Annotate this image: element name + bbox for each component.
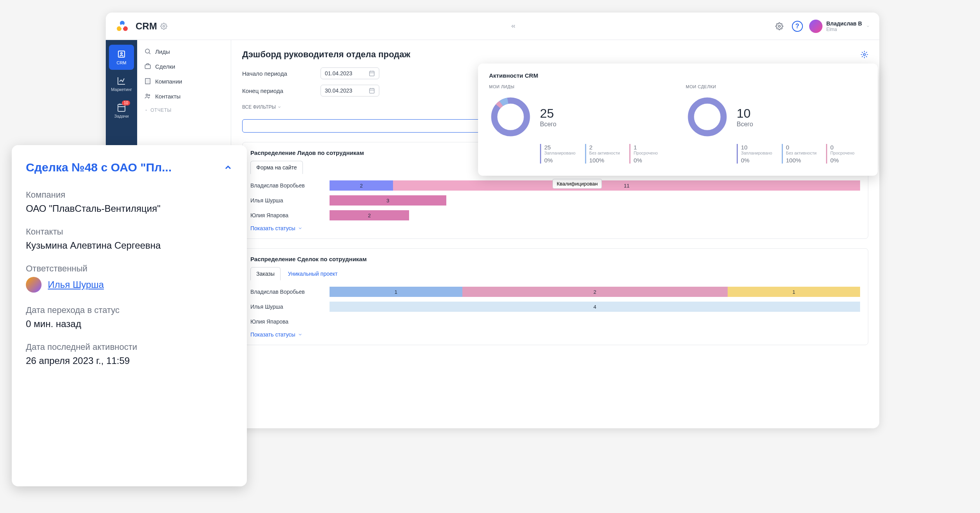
search-icon	[144, 48, 151, 55]
svg-point-13	[149, 95, 150, 96]
bar-row: Илья Шурша 4	[250, 301, 860, 313]
deal-detail-card: Сделка №48 с ОАО "Пл... Компания ОАО "Пл…	[12, 145, 247, 486]
responsible-row[interactable]: Илья Шурша	[26, 277, 233, 293]
bar-row: Юлия Япарова 2	[250, 209, 860, 221]
nav-section-reports[interactable]: ОТЧЕТЫ	[137, 104, 231, 117]
svg-point-9	[145, 49, 150, 53]
activity-date-value: 26 апреля 2023 г., 11:59	[26, 355, 233, 366]
activity-date-label: Дата последней активности	[26, 342, 233, 352]
svg-point-3	[120, 24, 124, 28]
tab-form-site[interactable]: Форма на сайте	[250, 161, 303, 174]
svg-rect-10	[145, 65, 150, 69]
header-right: ? Владислав В Elma	[773, 20, 870, 33]
rail-tasks[interactable]: 10 Задачи	[109, 98, 134, 123]
briefcase-icon	[144, 63, 151, 70]
app-header: CRM ? Владислав В Elma	[106, 13, 879, 40]
company-value: ОАО "ПлавСталь-Вентиляция"	[26, 203, 233, 214]
stat-overdue: 0 Просрочено 0%	[826, 144, 855, 164]
rail-marketing[interactable]: Маркетинг	[109, 71, 134, 96]
svg-point-5	[778, 25, 780, 27]
svg-rect-15	[370, 71, 374, 76]
gear-icon[interactable]	[160, 23, 167, 30]
calendar-icon	[369, 70, 375, 76]
chevron-down-icon	[277, 105, 281, 109]
bar-row: Владислав Воробьев 1 2 1	[250, 286, 860, 298]
stat-planned: 10 Запланировано 0%	[737, 144, 772, 164]
building-icon	[144, 78, 151, 85]
bar-row: Владислав Воробьев 2 11 Квалифицирован	[250, 180, 860, 191]
panel-title: Распределение Сделок по сотрудникам	[250, 256, 860, 262]
app-title: CRM	[136, 21, 157, 32]
bar-row: Юлия Япарова	[250, 316, 860, 327]
user-menu[interactable]: Владислав В Elma	[809, 20, 870, 33]
leads-donut-chart	[489, 95, 532, 138]
stat-noactivity: 0 Без активности 100%	[782, 144, 817, 164]
tasks-badge: 10	[122, 100, 130, 106]
collapse-sidebar-button[interactable]	[508, 21, 519, 32]
period-end-label: Конец периода	[242, 87, 313, 94]
responsible-link[interactable]: Илья Шурша	[48, 279, 104, 290]
crm-activity-card: Активности CRM МОИ ЛИДЫ 25 Всего 25 Запл…	[478, 64, 878, 176]
avatar	[809, 20, 822, 33]
svg-rect-11	[145, 78, 150, 84]
status-date-label: Дата перехода в статус	[26, 305, 233, 315]
user-org: Elma	[826, 27, 862, 32]
stat-planned: 25 Запланировано 0%	[540, 144, 576, 164]
tab-unique-project[interactable]: Уникальный проект	[282, 267, 344, 280]
chevron-down-icon	[298, 332, 303, 337]
dashboard-settings-icon[interactable]	[860, 51, 868, 58]
nav-companies[interactable]: Компании	[137, 74, 231, 89]
svg-point-12	[146, 94, 148, 96]
svg-point-4	[163, 25, 165, 27]
tooltip-qualified: Квалифицирован	[552, 179, 602, 189]
chevron-down-icon	[298, 226, 303, 231]
rail-crm[interactable]: CRM	[109, 45, 134, 70]
contacts-label: Контакты	[26, 227, 233, 237]
svg-point-14	[864, 54, 866, 56]
show-statuses-link[interactable]: Показать статусы	[250, 225, 860, 231]
calendar-icon	[369, 87, 375, 94]
period-end-input[interactable]: 30.04.2023	[321, 85, 379, 96]
company-label: Компания	[26, 190, 233, 200]
stat-overdue: 1 Просрочено 0%	[629, 144, 658, 164]
my-deals-block: МОИ СДЕЛКИ 10 Всего 10 Запланировано 0% …	[686, 84, 867, 164]
svg-point-20	[691, 100, 723, 133]
nav-contacts[interactable]: Контакты	[137, 89, 231, 104]
page-title: Дэшборд руководителя отдела продаж	[242, 49, 410, 60]
app-logo	[115, 19, 129, 33]
my-leads-block: МОИ ЛИДЫ 25 Всего 25 Запланировано 0%	[489, 84, 670, 164]
nav-deals[interactable]: Сделки	[137, 59, 231, 74]
chevron-up-icon	[223, 163, 233, 172]
chevron-down-icon	[866, 24, 870, 28]
help-icon[interactable]: ?	[792, 21, 803, 32]
contacts-value: Кузьмина Алевтина Сергеевна	[26, 240, 233, 251]
deal-title[interactable]: Сделка №48 с ОАО "Пл...	[26, 161, 233, 174]
responsible-label: Ответственный	[26, 264, 233, 274]
avatar	[26, 277, 42, 293]
tab-orders[interactable]: Заказы	[250, 267, 281, 280]
svg-point-7	[121, 53, 122, 54]
period-start-label: Начало периода	[242, 70, 313, 77]
nav-leads[interactable]: Лиды	[137, 44, 231, 59]
users-icon	[144, 93, 151, 100]
stat-noactivity: 2 Без активности 100%	[585, 144, 620, 164]
triangle-down-icon	[144, 108, 148, 112]
user-name: Владислав В	[826, 20, 862, 27]
activity-title: Активности CRM	[489, 72, 867, 79]
deals-distribution-panel: Распределение Сделок по сотрудникам Зака…	[242, 248, 868, 345]
show-statuses-link[interactable]: Показать статусы	[250, 331, 860, 338]
deals-donut-chart	[686, 95, 729, 138]
period-start-input[interactable]: 01.04.2023	[321, 67, 379, 79]
svg-rect-16	[370, 89, 374, 93]
bar-row: Илья Шурша 3	[250, 195, 860, 206]
settings-icon[interactable]	[773, 20, 786, 33]
status-date-value: 0 мин. назад	[26, 318, 233, 329]
